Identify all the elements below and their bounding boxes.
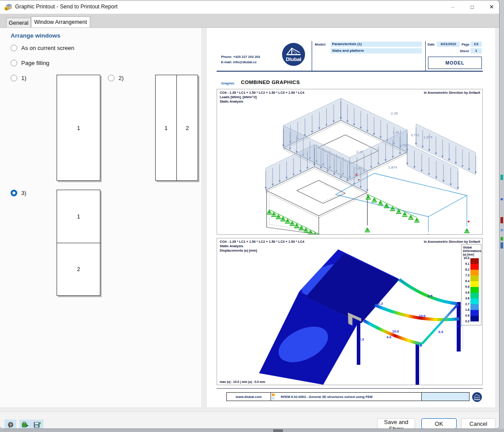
load-value: 3.751 bbox=[411, 133, 420, 137]
radio-layout-1[interactable]: 1) bbox=[11, 75, 27, 81]
svg-text:?: ? bbox=[9, 422, 12, 427]
legend-band bbox=[470, 293, 479, 298]
graphic2-direction-note: In Axonometric Direction by Default bbox=[424, 240, 480, 244]
tab-general[interactable]: General bbox=[6, 18, 31, 27]
header-divider bbox=[425, 41, 426, 71]
legend-tick: 3.6 bbox=[463, 297, 470, 300]
legend-band bbox=[470, 270, 479, 275]
legend-tick: 0.9 bbox=[463, 314, 470, 317]
legend-tick: 2.7 bbox=[463, 302, 470, 306]
load-value: 1.875 bbox=[424, 135, 432, 139]
legend-tick: 6.4 bbox=[463, 279, 470, 283]
strip-mark bbox=[500, 198, 503, 200]
strip-mark bbox=[500, 242, 503, 248]
radio-circle[interactable] bbox=[108, 75, 115, 81]
app-icon: 6 bbox=[4, 3, 12, 11]
page-footer: www.dlubal.com RFEM 6.02.0003 - General … bbox=[226, 392, 470, 401]
legend-scale: 10.09.18.27.36.45.54.63.62.71.80.90.0 bbox=[463, 258, 480, 323]
deformation-value: 0.2 bbox=[378, 302, 383, 306]
save-default-icon bbox=[34, 421, 41, 428]
layout-preview-2[interactable]: 1 2 bbox=[155, 75, 198, 181]
deformation-scene-svg bbox=[217, 238, 482, 385]
graphic1-load-view: CO4 - 1.35 * LC1 + 1.50 * LC2 + 1.50 * L… bbox=[217, 89, 483, 235]
background-app-strip bbox=[500, 0, 504, 432]
deformation-value: 10.0 bbox=[419, 314, 426, 318]
deformation-value: 2.3 bbox=[359, 337, 364, 341]
company-contact: Phone: +420 227 203 203 E-mail: info@dlu… bbox=[221, 54, 260, 65]
load-value: 1.81 bbox=[393, 130, 400, 134]
strip-mark bbox=[500, 175, 503, 180]
graphic2-deformation-view: CO4 - 1.35 * LC1 + 1.50 * LC2 + 1.50 * L… bbox=[217, 238, 483, 385]
radio-page-filling[interactable]: Page filling bbox=[11, 60, 50, 66]
minimize-button[interactable]: – bbox=[443, 0, 462, 14]
radio-circle-selected[interactable] bbox=[11, 190, 17, 196]
layout-preview-1[interactable]: 1 bbox=[57, 75, 100, 181]
dlubal-logo: Dlubal bbox=[282, 43, 305, 66]
arrange-windows-heading: Arrange windows bbox=[11, 32, 61, 39]
legend-tick: 0.0 bbox=[463, 320, 470, 323]
page-label: Page bbox=[462, 42, 470, 46]
legend-tick: 8.2 bbox=[463, 268, 470, 271]
save-as-default-button[interactable] bbox=[31, 420, 43, 429]
legend-band bbox=[470, 310, 479, 316]
graphic-section-label: Graphic bbox=[221, 81, 234, 85]
radio-as-on-current-screen[interactable]: As on current screen bbox=[11, 45, 74, 51]
radio-circle[interactable] bbox=[11, 60, 17, 66]
legend-tick: 10.0 bbox=[463, 256, 470, 260]
ok-button[interactable]: OK bbox=[421, 418, 457, 429]
legend-tick: 4.6 bbox=[463, 291, 470, 294]
model-label: Model: bbox=[315, 42, 326, 46]
legend-band bbox=[470, 298, 479, 304]
tab-window-arrangement[interactable]: Window Arrangement bbox=[31, 16, 90, 27]
legend-band bbox=[470, 304, 479, 310]
load-value: 1.81 bbox=[355, 166, 363, 170]
graphic-printout-dialog: 6 Graphic Printout - Send to Printout Re… bbox=[0, 0, 500, 429]
deformation-value: 3.4 bbox=[438, 330, 443, 334]
load-marker-b: b bbox=[355, 173, 357, 176]
model-name-value: Parameterliste (1) bbox=[331, 42, 422, 47]
strip-mark bbox=[500, 237, 503, 241]
footer-dlubal-logo: Dlubal bbox=[472, 392, 482, 402]
layout-preview-3[interactable]: 1 2 bbox=[57, 190, 100, 296]
phone-line: Phone: +420 227 203 203 bbox=[221, 54, 260, 60]
cancel-button[interactable]: Cancel bbox=[461, 418, 496, 429]
deformation-value: 10.0 bbox=[392, 329, 399, 333]
load-value: 3.750 bbox=[399, 143, 408, 147]
deformation-value: 4.6 bbox=[386, 335, 391, 339]
radio-layout-3[interactable]: 3) bbox=[11, 190, 27, 196]
dlubal-logo-text: Dlubal bbox=[286, 57, 301, 62]
save-and-show-button[interactable]: Save and Show bbox=[377, 418, 415, 429]
radio-circle[interactable] bbox=[11, 45, 17, 51]
window-title: Graphic Printout - Send to Printout Repo… bbox=[15, 4, 118, 10]
graphic2-result-note: max |u| : 10.0 | min |u| : 0.0 mm bbox=[220, 380, 265, 383]
legend-tick: 1.8 bbox=[463, 308, 470, 311]
legend-band bbox=[470, 316, 479, 321]
background-taskbar-strip bbox=[0, 429, 504, 432]
deformation-legend: Global Deformations |u| [mm] 10.09.18.27… bbox=[461, 244, 481, 325]
legend-tick: 7.3 bbox=[463, 274, 470, 277]
red-node-dot bbox=[468, 221, 470, 222]
undeformed-outline bbox=[420, 305, 463, 383]
maximize-button[interactable]: □ bbox=[462, 0, 482, 14]
send-to-printout-button[interactable] bbox=[19, 420, 31, 429]
columns bbox=[357, 302, 461, 385]
load-value: 2.25 bbox=[391, 111, 398, 115]
radio-circle[interactable] bbox=[11, 75, 17, 81]
title-bar: 6 Graphic Printout - Send to Printout Re… bbox=[0, 0, 499, 14]
printout-arrow-icon bbox=[22, 421, 29, 428]
strip-mark bbox=[273, 429, 283, 432]
footer-app-info: RFEM 6.02.0003 - General 3D structures s… bbox=[276, 393, 421, 401]
close-button[interactable]: ✕ bbox=[482, 0, 500, 14]
header-divider bbox=[312, 41, 312, 71]
sheet-label: Sheet bbox=[460, 49, 469, 53]
deformation-value: 1.0 bbox=[456, 324, 461, 328]
date-value: 3/21/2022 bbox=[437, 42, 460, 47]
deformation-value: 0.6 bbox=[417, 344, 422, 348]
help-button[interactable]: ? bbox=[4, 420, 16, 429]
footer-color-squares bbox=[271, 393, 276, 401]
legend-tick: 5.5 bbox=[463, 285, 470, 288]
date-label: Date bbox=[428, 42, 435, 46]
sheet-value: 1 bbox=[470, 48, 482, 54]
section-box-model: MODEL bbox=[428, 57, 482, 69]
radio-layout-2[interactable]: 2) bbox=[108, 75, 124, 81]
